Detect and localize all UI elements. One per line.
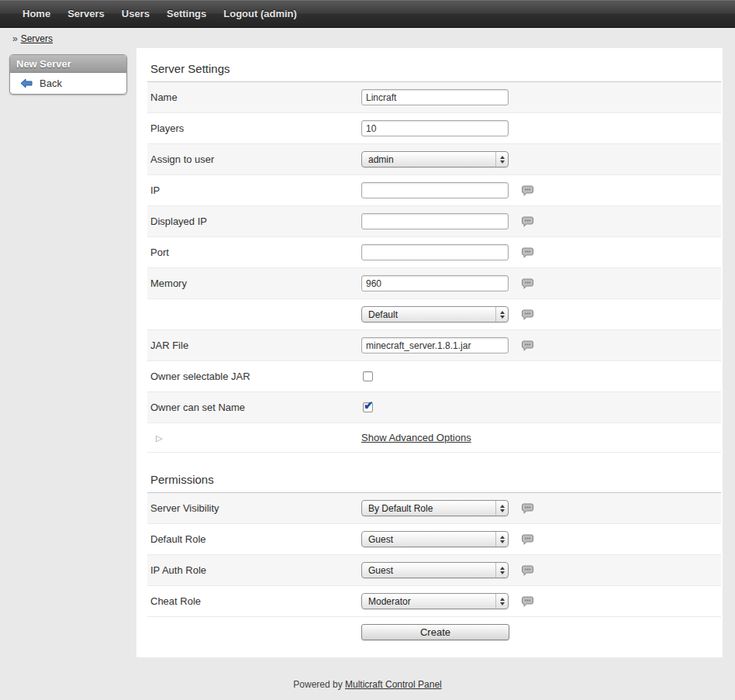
select-arrows-icon [495, 152, 508, 167]
players-label: Players [147, 122, 361, 134]
form-row-ip: IP [147, 175, 721, 206]
sidebar: New Server Back [9, 54, 127, 95]
breadcrumb-separator: » [12, 33, 18, 44]
assign-to-user-select[interactable]: admin [361, 151, 509, 167]
form-row-cheat-role: Cheat Role Moderator [147, 586, 721, 617]
displayed-ip-input[interactable] [361, 213, 509, 229]
owner-selectable-jar-label: Owner selectable JAR [147, 371, 361, 382]
form-row-assign-to-user: Assign to user admin [147, 144, 721, 175]
top-nav-bar: Home Servers Users Settings Logout (admi… [0, 0, 735, 28]
cheat-role-label: Cheat Role [147, 595, 361, 607]
section-title-permissions: Permissions [136, 453, 723, 492]
section-title-server-settings: Server Settings [136, 48, 723, 81]
back-arrow-icon [20, 78, 33, 88]
ip-label: IP [147, 184, 361, 196]
cheat-role-select[interactable]: Moderator [361, 593, 509, 609]
nav-item-logout[interactable]: Logout (admin) [215, 0, 305, 27]
memory-input[interactable] [361, 275, 509, 291]
form-row-name: Name [147, 82, 721, 113]
form-row-advanced-options: ▷ Show Advanced Options [147, 423, 721, 453]
form-row-server-visibility: Server Visibility By Default Role [147, 493, 721, 524]
form-row-jar-file: JAR File [147, 330, 721, 361]
select-arrows-icon [495, 307, 508, 322]
help-icon[interactable] [522, 565, 533, 576]
back-button[interactable]: Back [10, 73, 126, 94]
nav-item-home[interactable]: Home [14, 0, 59, 27]
select-arrows-icon [495, 563, 508, 578]
help-icon[interactable] [522, 340, 533, 351]
help-icon[interactable] [522, 185, 533, 196]
form-row-memory: Memory [147, 268, 721, 299]
memory-preset-selected-value: Default [368, 309, 495, 320]
help-icon[interactable] [522, 309, 533, 320]
breadcrumb-servers-link[interactable]: Servers [21, 33, 53, 44]
ip-auth-role-select[interactable]: Guest [361, 562, 509, 578]
show-advanced-options-link[interactable]: Show Advanced Options [361, 432, 471, 443]
server-visibility-label: Server Visibility [147, 502, 361, 514]
nav-item-users[interactable]: Users [113, 0, 158, 27]
port-input[interactable] [361, 244, 509, 260]
owner-can-set-name-label: Owner can set Name [147, 402, 361, 413]
ip-auth-role-label: IP Auth Role [147, 564, 361, 576]
jar-file-label: JAR File [147, 340, 361, 351]
memory-label: Memory [147, 278, 361, 289]
footer: Powered by Multicraft Control Panel [0, 679, 735, 690]
form-row-players: Players [147, 113, 721, 144]
new-server-form-panel: Server Settings Name Players Assign to u… [136, 48, 723, 657]
form-row-ip-auth-role: IP Auth Role Guest [147, 555, 721, 586]
assign-to-user-selected-value: admin [368, 154, 495, 165]
owner-can-set-name-checkbox[interactable] [363, 402, 373, 412]
create-button[interactable]: Create [361, 624, 509, 640]
port-label: Port [147, 247, 361, 258]
expander-triangle-icon[interactable]: ▷ [150, 433, 162, 443]
ip-input[interactable] [361, 182, 509, 198]
help-icon[interactable] [522, 503, 533, 514]
memory-preset-select[interactable]: Default [361, 306, 509, 322]
nav-item-servers[interactable]: Servers [59, 0, 113, 27]
players-input[interactable] [361, 120, 509, 136]
nav-item-settings[interactable]: Settings [158, 0, 215, 27]
help-icon[interactable] [522, 247, 533, 258]
owner-selectable-jar-checkbox[interactable] [363, 371, 373, 381]
select-arrows-icon [495, 594, 508, 609]
name-input[interactable] [361, 89, 509, 105]
default-role-selected-value: Guest [368, 534, 495, 545]
form-row-default-role: Default Role Guest [147, 524, 721, 555]
multicraft-link[interactable]: Multicraft Control Panel [345, 679, 442, 690]
select-arrows-icon [495, 532, 508, 547]
footer-text: Powered by [293, 679, 342, 690]
cheat-role-selected-value: Moderator [368, 596, 495, 607]
help-icon[interactable] [522, 596, 533, 607]
default-role-label: Default Role [147, 533, 361, 545]
assign-to-user-label: Assign to user [147, 153, 361, 165]
help-icon[interactable] [522, 534, 533, 545]
help-icon[interactable] [522, 278, 533, 289]
form-row-displayed-ip: Displayed IP [147, 206, 721, 237]
breadcrumb: »Servers [0, 28, 735, 48]
form-row-port: Port [147, 237, 721, 268]
server-visibility-select[interactable]: By Default Role [361, 500, 509, 516]
ip-auth-role-selected-value: Guest [368, 565, 495, 576]
form-row-owner-selectable-jar: Owner selectable JAR [147, 361, 721, 392]
permissions-rows: Server Visibility By Default Role Defaul… [147, 493, 721, 647]
form-row-owner-can-set-name: Owner can set Name [147, 392, 721, 423]
server-settings-rows: Name Players Assign to user admin [147, 82, 721, 453]
default-role-select[interactable]: Guest [361, 531, 509, 547]
back-label: Back [40, 78, 62, 89]
sidebar-title: New Server [10, 55, 126, 73]
help-icon[interactable] [522, 216, 533, 227]
jar-file-input[interactable] [361, 337, 509, 353]
form-row-create: Create [147, 617, 721, 647]
form-row-memory-preset: Default [147, 299, 721, 330]
select-arrows-icon [495, 501, 508, 516]
displayed-ip-label: Displayed IP [147, 216, 361, 227]
name-label: Name [147, 91, 361, 103]
server-visibility-selected-value: By Default Role [368, 503, 495, 514]
